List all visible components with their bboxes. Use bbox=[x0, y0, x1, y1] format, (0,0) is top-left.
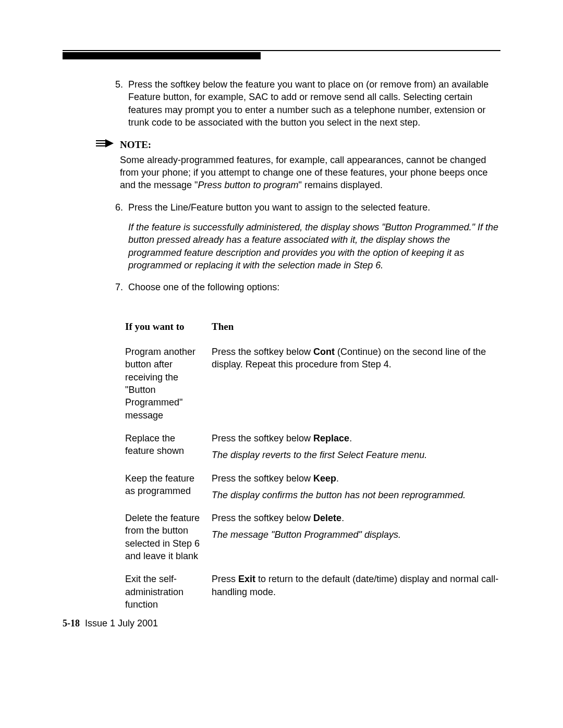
then-pre: Press the softkey below bbox=[212, 433, 313, 443]
table-if: Delete the feature from the button selec… bbox=[125, 507, 212, 567]
then-post: . bbox=[336, 473, 339, 484]
issue-text: Issue 1 July 2001 bbox=[85, 618, 158, 628]
then-pre: Press the softkey below bbox=[212, 513, 313, 523]
note-body: Some already-programmed features, for ex… bbox=[120, 154, 500, 192]
page-footer: 5-18 Issue 1 July 2001 bbox=[63, 618, 158, 629]
then-result: The message "Button Programmed" displays… bbox=[212, 528, 513, 541]
table-header-row: If you want to Then bbox=[125, 315, 521, 341]
step-5: 5. Press the softkey below the feature y… bbox=[104, 78, 500, 129]
table-then: Press Exit to return to the default (dat… bbox=[212, 567, 521, 616]
header-bar bbox=[63, 52, 261, 59]
step-text: Press the Line/Feature button you want t… bbox=[128, 201, 500, 214]
then-bold: Exit bbox=[238, 574, 255, 584]
note-header: NOTE: bbox=[95, 138, 500, 152]
then-result: The display confirms the button has not … bbox=[212, 489, 513, 501]
table-row: Program another button after receiving t… bbox=[125, 340, 521, 427]
step-text: Choose one of the following options: bbox=[128, 281, 500, 293]
step-result: If the feature is successfully administe… bbox=[128, 221, 500, 272]
body-content: 5. Press the softkey below the feature y… bbox=[104, 78, 500, 616]
step-number: 5. bbox=[104, 78, 128, 129]
then-post: . bbox=[341, 513, 344, 523]
page: 5. Press the softkey below the feature y… bbox=[0, 0, 563, 728]
step-6: 6. Press the Line/Feature button you wan… bbox=[104, 201, 500, 272]
table-row: Keep the feature as programmed Press the… bbox=[125, 467, 521, 507]
table-row: Replace the feature shown Press the soft… bbox=[125, 427, 521, 467]
step-text: Press the softkey below the feature you … bbox=[128, 78, 500, 129]
page-number: 5-18 bbox=[63, 618, 80, 628]
table-row: Delete the feature from the button selec… bbox=[125, 507, 521, 567]
then-bold: Replace bbox=[313, 433, 349, 443]
header-rule bbox=[63, 50, 500, 51]
table-if: Replace the feature shown bbox=[125, 427, 212, 467]
table-if: Exit the self-adminis­tration function bbox=[125, 567, 212, 616]
svg-marker-3 bbox=[105, 139, 114, 147]
step-7: 7. Choose one of the following options: bbox=[104, 281, 500, 293]
then-bold: Delete bbox=[313, 513, 341, 523]
note-block: NOTE: Some already-programmed features, … bbox=[104, 138, 500, 192]
note-label: NOTE: bbox=[120, 138, 151, 152]
table-then: Press the softkey below Delete. The mess… bbox=[212, 507, 521, 567]
then-pre: Press the softkey below bbox=[212, 473, 313, 484]
table-then: Press the softkey below Cont (Continue) … bbox=[212, 340, 521, 427]
then-post: . bbox=[349, 433, 352, 443]
table-row: Exit the self-adminis­tration function P… bbox=[125, 567, 521, 616]
note-text-post: " remains displayed. bbox=[299, 180, 383, 190]
table-then: Press the softkey below Replace. The dis… bbox=[212, 427, 521, 467]
step-number: 6. bbox=[104, 201, 128, 272]
then-pre: Press the softkey below bbox=[212, 347, 313, 357]
options-table: If you want to Then Program another butt… bbox=[125, 315, 521, 616]
table-if: Keep the feature as programmed bbox=[125, 467, 212, 507]
table-then: Press the softkey below Keep. The displa… bbox=[212, 467, 521, 507]
then-bold: Cont bbox=[313, 347, 335, 357]
then-bold: Keep bbox=[313, 473, 336, 484]
table-header-if: If you want to bbox=[125, 315, 212, 341]
note-arrow-icon bbox=[95, 139, 116, 151]
step-number: 7. bbox=[104, 281, 128, 293]
note-text-italic: Press button to program bbox=[198, 180, 298, 190]
table-header-then: Then bbox=[212, 315, 521, 341]
then-result: The display reverts to the first Select … bbox=[212, 449, 513, 461]
step-body: Press the Line/Feature button you want t… bbox=[128, 201, 500, 272]
table-if: Program another button after receiving t… bbox=[125, 340, 212, 427]
then-pre: Press bbox=[212, 574, 238, 584]
